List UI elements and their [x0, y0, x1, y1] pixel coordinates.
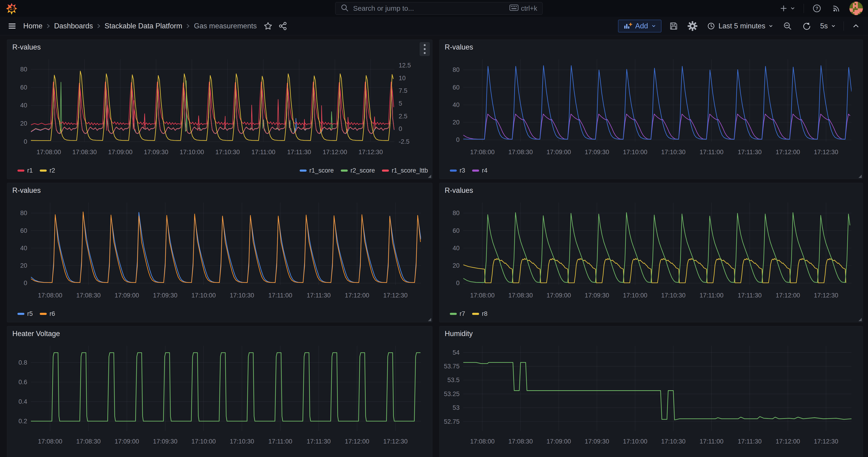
refresh-button[interactable] — [800, 21, 813, 31]
search-icon — [341, 4, 349, 13]
legend-swatch — [18, 170, 24, 172]
x-axis-tick-label: 17:09:00 — [547, 149, 571, 156]
clock-icon — [707, 21, 716, 31]
x-axis-tick-label: 17:11:30 — [287, 149, 311, 156]
legend-item-r2_score[interactable]: r2_score — [341, 167, 375, 174]
legend-item-r4[interactable]: r4 — [472, 167, 488, 174]
panel-title[interactable]: R-values — [12, 186, 41, 195]
breadcrumb-folder[interactable]: Stackable Data Platform — [104, 22, 182, 30]
x-axis-tick-label: 17:11:00 — [700, 149, 723, 156]
legend-label: r5 — [27, 310, 33, 317]
timeseries-chart[interactable]: 17:08:0017:08:3017:09:0017:09:3017:10:00… — [10, 197, 429, 305]
panel-resize-handle[interactable] — [859, 175, 862, 178]
legend-label: r8 — [482, 310, 488, 317]
share-button[interactable] — [276, 20, 289, 33]
panel-humidity: Humidity 17:08:0017:08:3017:09:0017:09:3… — [439, 326, 863, 457]
legend-swatch — [450, 313, 457, 315]
breadcrumb-dashboards[interactable]: Dashboards — [54, 22, 93, 30]
search-input[interactable] — [353, 4, 505, 12]
grafana-logo-icon[interactable] — [6, 3, 17, 15]
y-axis-tick-label: 20 — [453, 262, 460, 269]
y-axis-tick-label: 54 — [453, 349, 460, 356]
y-axis-tick-label: 53 — [453, 404, 460, 411]
panel-resize-handle[interactable] — [859, 318, 862, 321]
legend-item-r5[interactable]: r5 — [18, 310, 33, 317]
news-button[interactable] — [830, 2, 843, 15]
panel-title[interactable]: Heater Voltage — [12, 330, 60, 338]
y-axis-tick-label: 0.8 — [19, 359, 27, 366]
new-menu-button[interactable] — [778, 2, 797, 14]
dashboard-settings-button[interactable] — [686, 20, 699, 33]
x-axis-tick-label: 17:09:00 — [108, 149, 132, 156]
favorite-button[interactable] — [261, 20, 275, 33]
legend-item-r3[interactable]: r3 — [450, 167, 465, 174]
x-axis-tick-label: 17:12:00 — [776, 292, 800, 299]
timeseries-chart[interactable]: 17:08:0017:08:3017:09:0017:09:3017:10:00… — [442, 197, 860, 305]
x-axis-tick-label: 17:11:30 — [738, 149, 762, 156]
x-axis-tick-label: 17:11:30 — [307, 292, 331, 299]
help-button[interactable]: ? — [810, 2, 824, 15]
x-axis-tick-label: 17:12:00 — [345, 292, 369, 299]
x-axis-tick-label: 17:12:30 — [814, 438, 838, 445]
x-axis-tick-label: 17:08:30 — [508, 149, 533, 156]
x-axis-tick-label: 17:10:00 — [180, 149, 204, 156]
panel-title[interactable]: R-values — [12, 43, 41, 52]
x-axis-tick-label: 17:10:30 — [661, 149, 685, 156]
panel-heater-voltage: Heater Voltage 17:08:0017:08:3017:09:001… — [7, 326, 432, 457]
plus-icon — [779, 4, 788, 13]
panel-legend: heatervoltage — [18, 453, 428, 457]
timeseries-chart[interactable]: 17:08:0017:08:3017:09:0017:09:3017:10:00… — [442, 340, 860, 451]
chevron-right-icon — [186, 23, 191, 30]
y-axis-tick-label: 0 — [24, 279, 27, 286]
x-axis-tick-label: 17:08:00 — [470, 292, 495, 299]
legend-swatch — [472, 170, 479, 172]
panel-title[interactable]: Humidity — [445, 330, 473, 338]
legend-item-r1_score[interactable]: r1_score — [300, 167, 334, 174]
mega-menu-toggle[interactable] — [6, 20, 18, 32]
timeseries-chart[interactable]: 17:08:0017:08:3017:09:0017:09:3017:10:00… — [10, 340, 429, 451]
y-axis-tick-label: 53.5 — [447, 376, 460, 384]
y-axis-tick-label: 0.2 — [19, 418, 27, 425]
legend-item-humidity[interactable]: humidity — [450, 456, 483, 457]
y-axis-tick-label: 80 — [453, 210, 460, 216]
legend-item-r1_score_lttb[interactable]: r1_score_lttb — [382, 167, 428, 174]
add-panel-button[interactable]: Add — [618, 20, 661, 32]
legend-item-r8[interactable]: r8 — [472, 310, 488, 317]
divider — [804, 4, 804, 13]
panel-title[interactable]: R-values — [445, 43, 473, 52]
legend-swatch — [300, 170, 307, 172]
panel-legend: humidity — [450, 453, 859, 457]
x-axis-tick-label: 17:10:30 — [661, 292, 685, 299]
panel-resize-handle[interactable] — [428, 175, 431, 178]
breadcrumb-home[interactable]: Home — [23, 22, 42, 30]
panel-title[interactable]: R-values — [445, 186, 473, 195]
zoom-out-icon — [782, 21, 793, 31]
timeseries-chart[interactable]: 17:08:0017:08:3017:09:0017:09:3017:10:00… — [10, 54, 429, 162]
legend-item-r7[interactable]: r7 — [450, 310, 465, 317]
legend-item-heatervoltage[interactable]: heatervoltage — [18, 456, 65, 457]
timeseries-chart[interactable]: 17:08:0017:08:3017:09:0017:09:3017:10:00… — [442, 54, 860, 162]
x-axis-tick-label: 17:08:30 — [72, 149, 97, 156]
time-range-picker[interactable]: Last 5 minutes — [705, 21, 775, 31]
y-axis-right-tick-label: 2.5 — [399, 113, 407, 120]
save-dashboard-button[interactable] — [668, 20, 680, 32]
collapse-toolbar-button[interactable] — [850, 20, 862, 32]
y-axis-tick-label: 40 — [20, 245, 27, 252]
refresh-interval-picker[interactable]: 5s — [819, 22, 838, 30]
legend-item-r2[interactable]: r2 — [40, 167, 55, 174]
y-axis-tick-label: 20 — [20, 120, 27, 127]
panel-resize-handle[interactable] — [428, 318, 431, 321]
panel-r-values-1: R-values 17:08:0017:08:3017:09:0017:09:3… — [7, 39, 432, 179]
panel-r-values-4: R-values 17:08:0017:08:3017:09:0017:09:3… — [439, 183, 863, 322]
zoom-out-button[interactable] — [781, 20, 794, 33]
gear-icon — [687, 21, 698, 31]
legend-item-r1[interactable]: r1 — [18, 167, 33, 174]
legend-item-r6[interactable]: r6 — [40, 310, 55, 317]
grafana-app: ctrl+k ? — [0, 0, 868, 457]
svg-text:?: ? — [815, 6, 818, 11]
legend-swatch — [40, 170, 47, 172]
x-axis-tick-label: 17:11:00 — [268, 292, 292, 299]
user-avatar[interactable] — [849, 2, 863, 15]
star-icon — [263, 21, 273, 31]
global-search[interactable]: ctrl+k — [335, 2, 542, 14]
